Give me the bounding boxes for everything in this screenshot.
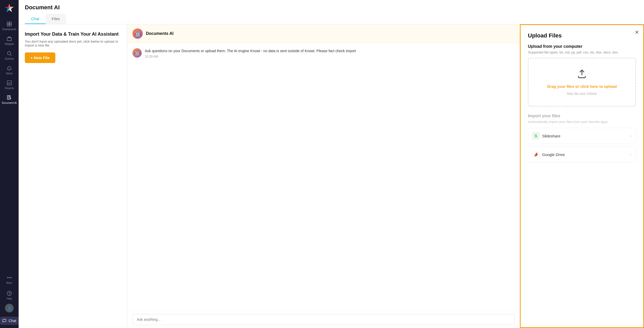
import-option-left: Google Drive	[532, 151, 565, 158]
upload-drag-label: Drag your files or	[547, 84, 580, 89]
sidebar-item-label: Widgets	[5, 43, 14, 45]
upload-click-label[interactable]: click here to upload	[580, 84, 617, 89]
import-files-section: Import your files Automatically import y…	[528, 114, 636, 165]
import-option-google-drive[interactable]: Google Drive ›	[528, 146, 636, 162]
sidebar: Dashboards Widgets Queries Alerts Report…	[0, 0, 19, 328]
new-file-button[interactable]: + New File	[25, 52, 55, 63]
import-section-desc: Automatically import your files from you…	[528, 120, 636, 124]
sidebar-item-help[interactable]: Help	[0, 288, 20, 303]
main-area: Document AI Chat Files Import Your Data …	[19, 0, 644, 328]
sidebar-item-label: Alerts	[6, 72, 13, 75]
chat-input[interactable]	[132, 314, 515, 325]
sidebar-bottom: More Help 👤 Chat	[0, 272, 20, 325]
sidebar-item-more[interactable]: More	[0, 272, 20, 287]
import-option-left: S Slideshare	[532, 132, 560, 139]
upload-drag-text: Drag your files or click here to upload	[547, 84, 617, 89]
content-area: Import Your Data & Train Your AI Assista…	[19, 24, 644, 328]
chat-avatar: 🤖	[132, 28, 143, 39]
help-icon	[6, 291, 12, 296]
queries-icon	[6, 51, 12, 56]
chevron-right-icon: ›	[630, 152, 632, 157]
google-drive-icon	[532, 151, 540, 158]
svg-point-10	[11, 277, 11, 278]
slideshare-icon: S	[532, 132, 540, 139]
upload-supported-types: Supported file types: txt, md, py, pdf, …	[528, 50, 636, 54]
upload-arrow-icon	[577, 69, 587, 81]
sidebar-item-dashboards[interactable]: Dashboards	[0, 19, 19, 33]
reports-icon	[6, 80, 12, 86]
chat-bubble-button[interactable]: Chat	[0, 317, 20, 325]
chevron-right-icon: ›	[630, 134, 632, 138]
google-drive-label: Google Drive	[542, 152, 565, 157]
upload-from-computer-section: Upload from your computer Supported file…	[528, 44, 636, 114]
page-header: Document AI Chat Files	[19, 0, 644, 24]
upload-max-size: Max file size 100mb	[567, 92, 597, 96]
chat-messages: 🤖 Ask questions on your Documents or upl…	[127, 43, 520, 311]
import-section-title: Import your files	[528, 114, 636, 118]
svg-point-5	[8, 52, 11, 55]
svg-rect-1	[10, 22, 11, 24]
upload-computer-title: Upload from your computer	[528, 44, 636, 49]
left-panel: Import Your Data & Train Your AI Assista…	[19, 24, 127, 328]
widgets-icon	[6, 36, 12, 42]
chat-panel: 🤖 Documents AI 🤖 Ask questions on your D…	[127, 24, 520, 328]
more-icon	[6, 275, 12, 280]
dashboards-icon	[6, 21, 12, 27]
upload-panel: ✕ Upload Files Upload from your computer…	[520, 24, 644, 328]
chat-message: 🤖 Ask questions on your Documents or upl…	[132, 48, 515, 58]
sidebar-item-label: More	[6, 282, 12, 284]
svg-rect-3	[10, 24, 11, 26]
svg-rect-0	[7, 22, 9, 24]
upload-close-button[interactable]: ✕	[635, 29, 639, 35]
chat-bubble-icon	[2, 319, 6, 323]
sidebar-item-widgets[interactable]: Widgets	[0, 33, 19, 48]
upload-dropzone[interactable]: Drag your files or click here to upload …	[528, 58, 636, 106]
svg-rect-2	[7, 24, 9, 26]
svg-rect-4	[7, 38, 12, 41]
svg-point-12	[9, 295, 10, 295]
upload-title: Upload Files	[528, 32, 636, 39]
logo-star	[5, 4, 14, 13]
sidebar-item-alerts[interactable]: Alerts	[0, 63, 19, 77]
page-title: Document AI	[25, 4, 638, 11]
tab-bar: Chat Files	[25, 14, 638, 24]
sidebar-item-queries[interactable]: Queries	[0, 48, 19, 63]
chat-header: 🤖 Documents AI	[127, 24, 520, 43]
import-title: Import Your Data & Train Your AI Assista…	[25, 32, 121, 37]
avatar[interactable]: 👤	[5, 304, 14, 313]
logo	[4, 3, 14, 13]
message-time: 10:29 AM	[145, 55, 515, 58]
alerts-icon	[6, 65, 12, 71]
chat-name: Documents AI	[146, 31, 174, 36]
message-content: Ask questions on your Documents or uploa…	[145, 48, 515, 58]
sidebar-item-label: Document AI	[2, 101, 17, 104]
chat-bubble-label: Chat	[9, 319, 16, 323]
svg-point-8	[7, 277, 8, 278]
tab-chat[interactable]: Chat	[25, 14, 46, 24]
document-ai-icon	[6, 95, 12, 100]
sidebar-item-label: Queries	[5, 57, 14, 60]
sidebar-item-document-ai[interactable]: Document AI	[0, 92, 19, 107]
message-avatar: 🤖	[132, 48, 142, 58]
sidebar-item-label: Reports	[5, 87, 14, 90]
sidebar-item-label: Dashboards	[2, 28, 16, 31]
sidebar-item-reports[interactable]: Reports	[0, 77, 19, 92]
import-description: You don't have any uploaded docs yet, cl…	[25, 40, 121, 47]
svg-rect-6	[7, 81, 12, 85]
tab-files[interactable]: Files	[46, 14, 66, 24]
svg-point-9	[9, 277, 10, 278]
sidebar-item-label: Help	[7, 297, 12, 300]
slideshare-label: Slideshare	[542, 134, 560, 138]
chat-input-area	[127, 311, 520, 328]
import-option-slideshare[interactable]: S Slideshare ›	[528, 128, 636, 144]
message-text: Ask questions on your Documents or uploa…	[145, 48, 515, 54]
